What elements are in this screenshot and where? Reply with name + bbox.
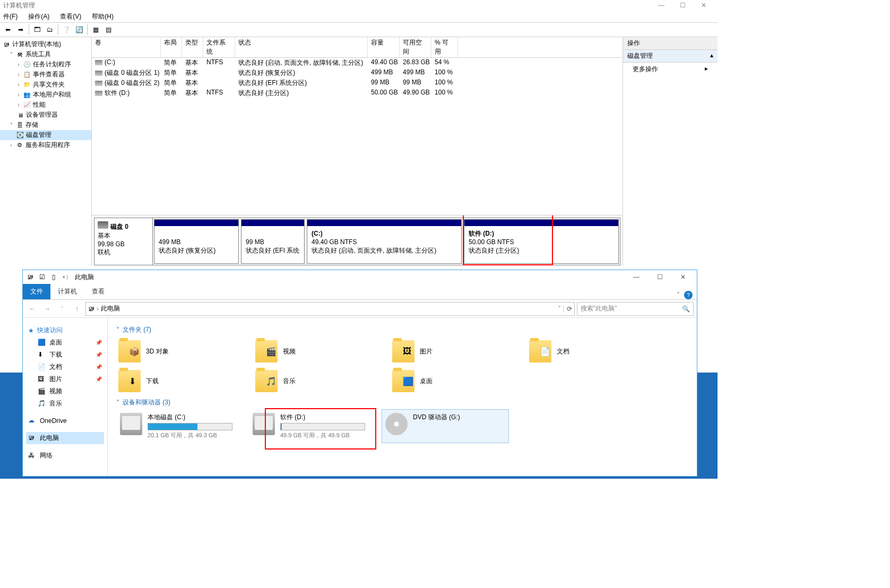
disk-info[interactable]: 磁盘 0 基本 99.98 GB 联机 [94, 218, 153, 265]
explorer-title-bar[interactable]: 🖳 ☑ ▯ ▾ | 此电脑 — ☐ ✕ [23, 270, 697, 284]
group-folders-header[interactable]: ˅文件夹 (7) [116, 323, 688, 336]
nav-pictures[interactable]: 🖼图片📌 [26, 373, 104, 385]
folder-item[interactable]: ⬇下载 [116, 366, 253, 396]
qat-dropdown-icon[interactable]: ▾ | [60, 272, 71, 282]
forward-button[interactable]: → [41, 302, 54, 315]
folder-item[interactable]: 🎬视频 [253, 336, 390, 366]
folder-item[interactable]: 📄文档 [527, 336, 664, 366]
tree-event-viewer[interactable]: ›📋事件查看器 [0, 70, 91, 80]
forward-icon[interactable]: ➡ [15, 24, 27, 36]
folder-item[interactable]: 🎵音乐 [253, 366, 390, 396]
close-button[interactable]: ✕ [693, 0, 714, 11]
disk-management-panel: 卷 布局 类型 文件系统 状态 容量 可用空间 % 可用 (C:)简单基本NTF… [92, 37, 623, 265]
col-type[interactable]: 类型 [182, 37, 203, 57]
tree-disk-management[interactable]: 💽磁盘管理 [0, 130, 91, 140]
tree-device-manager[interactable]: 🖥设备管理器 [0, 110, 91, 120]
address-bar[interactable]: 🖳 › 此电脑 ˅ ⟳ [85, 302, 575, 316]
back-icon[interactable]: ⬅ [2, 24, 14, 36]
drive-item[interactable]: 软件 (D:)49.9 GB 可用，共 49.9 GB [249, 409, 376, 443]
col-volume[interactable]: 卷 [92, 37, 161, 57]
tree-services-apps[interactable]: ›⚙服务和应用程序 [0, 140, 91, 150]
nav-downloads[interactable]: ⬇下载📌 [26, 349, 104, 361]
disk-partition[interactable]: (C:)49.40 GB NTFS状态良好 (启动, 页面文件, 故障转储, 主… [307, 219, 462, 264]
tree-system-tools[interactable]: ˅🛠系统工具 [0, 49, 91, 59]
search-icon[interactable]: 🔍 [682, 305, 690, 313]
col-capacity[interactable]: 容量 [368, 37, 400, 57]
disk-partition[interactable]: 99 MB状态良好 (EFI 系统分 [241, 219, 305, 264]
up-button[interactable]: ↑ [71, 302, 83, 315]
drive-item[interactable]: 本地磁盘 (C:)20.1 GB 可用，共 49.3 GB [116, 409, 244, 443]
tab-computer[interactable]: 计算机 [50, 284, 84, 299]
tree-shared-folders[interactable]: ›📁共享文件夹 [0, 80, 91, 90]
volume-row[interactable]: (磁盘 0 磁盘分区 2)简单基本状态良好 (EFI 系统分区)99 MB99 … [92, 78, 623, 88]
tree-performance[interactable]: ›📈性能 [0, 100, 91, 110]
collapse-icon[interactable]: ▴ [710, 51, 713, 60]
nav-network[interactable]: 🖧网络 [26, 449, 104, 462]
ribbon-expand-icon[interactable]: ˅ [677, 291, 680, 299]
nav-videos[interactable]: 🎬视频 [26, 385, 104, 397]
col-status[interactable]: 状态 [235, 37, 368, 57]
nav-this-pc[interactable]: 🖳此电脑 [26, 432, 104, 444]
menu-view[interactable]: 查看(V) [58, 11, 83, 22]
disk-partition[interactable]: 软件 (D:)50.00 GB NTFS状态良好 (主分区) [464, 219, 619, 264]
minimize-button[interactable]: — [625, 270, 648, 284]
qat-icon[interactable]: ▯ [48, 272, 59, 282]
dropdown-icon[interactable]: ˅ [558, 305, 561, 313]
volume-row[interactable]: (C:)简单基本NTFS状态良好 (启动, 页面文件, 故障转储, 主分区)49… [92, 58, 623, 68]
recent-dropdown[interactable]: ˅ [56, 302, 68, 315]
help-icon[interactable]: ? [684, 291, 693, 299]
col-layout[interactable]: 布局 [161, 37, 182, 57]
maximize-button[interactable]: ☐ [672, 0, 693, 11]
chevron-right-icon: ▸ [705, 65, 708, 74]
nav-desktop[interactable]: 🟦桌面📌 [26, 336, 104, 349]
qat-icon[interactable]: ☑ [37, 272, 47, 282]
back-button[interactable]: ← [26, 302, 39, 315]
volume-row[interactable]: (磁盘 0 磁盘分区 1)简单基本状态良好 (恢复分区)499 MB499 MB… [92, 68, 623, 78]
breadcrumb[interactable]: 此电脑 [101, 304, 120, 313]
actions-more[interactable]: 更多操作▸ [623, 63, 718, 76]
col-free[interactable]: 可用空间 [400, 37, 431, 57]
nav-quick-access[interactable]: ★快速访问 [26, 324, 104, 336]
refresh-icon[interactable]: 🔄 [73, 24, 85, 36]
drive-icon [385, 413, 408, 435]
toolbar-icon[interactable]: ▤ [102, 24, 114, 36]
title-bar[interactable]: 计算机管理 — ☐ ✕ [0, 0, 718, 11]
menu-action[interactable]: 操作(A) [26, 11, 51, 22]
folder-item[interactable]: 🟦桌面 [390, 366, 527, 396]
maximize-button[interactable]: ☐ [648, 270, 671, 284]
toolbar-icon[interactable]: 🗂 [44, 24, 56, 36]
nav-pane[interactable]: ★快速访问 🟦桌面📌 ⬇下载📌 📄文档📌 🖼图片📌 🎬视频 🎵音乐 ☁OneDr… [23, 318, 108, 476]
close-button[interactable]: ✕ [671, 270, 695, 284]
nav-onedrive[interactable]: ☁OneDrive [26, 415, 104, 427]
menu-file[interactable]: 件(F) [1, 11, 20, 22]
disk-partition[interactable]: 499 MB状态良好 (恢复分区) [154, 219, 239, 264]
help-icon[interactable]: ❔ [61, 24, 72, 36]
perf-icon: 📈 [23, 101, 31, 109]
volume-row[interactable]: 软件 (D:)简单基本NTFS状态良好 (主分区)50.00 GB49.90 G… [92, 88, 623, 98]
refresh-icon[interactable]: ⟳ [563, 305, 572, 313]
tree-storage[interactable]: ˅🗄存储 [0, 120, 91, 130]
nav-documents[interactable]: 📄文档📌 [26, 361, 104, 373]
tree-local-users[interactable]: ›👥本地用户和组 [0, 90, 91, 100]
tab-file[interactable]: 文件 [23, 284, 50, 299]
col-filesystem[interactable]: 文件系统 [203, 37, 235, 57]
content-pane[interactable]: ˅文件夹 (7) 📦3D 对象🎬视频🖼图片📄文档⬇下载🎵音乐🟦桌面 ˅设备和驱动… [108, 318, 697, 476]
minimize-button[interactable]: — [651, 0, 672, 11]
nav-music[interactable]: 🎵音乐 [26, 397, 104, 410]
tree-panel[interactable]: 🖳计算机管理(本地) ˅🛠系统工具 ›🕒任务计划程序 ›📋事件查看器 ›📁共享文… [0, 37, 92, 265]
tab-view[interactable]: 查看 [84, 284, 112, 299]
folder-item[interactable]: 📦3D 对象 [116, 336, 253, 366]
menu-help[interactable]: 帮助(H) [90, 11, 116, 22]
volume-header-row: 卷 布局 类型 文件系统 状态 容量 可用空间 % 可用 [92, 37, 623, 58]
toolbar-icon[interactable]: 🗔 [31, 24, 43, 36]
folder-item[interactable]: 🖼图片 [390, 336, 527, 366]
actions-section[interactable]: 磁盘管理▴ [623, 50, 718, 63]
tree-task-scheduler[interactable]: ›🕒任务计划程序 [0, 59, 91, 70]
drive-item[interactable]: DVD 驱动器 (G:) [382, 409, 509, 443]
volume-table[interactable]: 卷 布局 类型 文件系统 状态 容量 可用空间 % 可用 (C:)简单基本NTF… [92, 37, 623, 215]
toolbar-icon[interactable]: ▦ [90, 24, 101, 36]
disk-row[interactable]: 磁盘 0 基本 99.98 GB 联机 499 MB状态良好 (恢复分区) 99… [94, 218, 620, 265]
tree-root[interactable]: 🖳计算机管理(本地) [0, 39, 91, 49]
col-percent[interactable]: % 可用 [431, 37, 458, 57]
search-box[interactable]: 搜索"此电脑" 🔍 [577, 302, 694, 316]
